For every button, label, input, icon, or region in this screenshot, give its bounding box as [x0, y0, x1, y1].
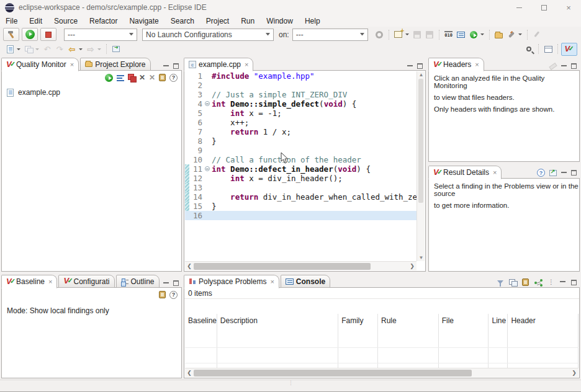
code-line[interactable]: 5 int x = -1; [185, 109, 417, 118]
open-console-button[interactable] [455, 29, 467, 41]
mark-occurrences-button[interactable] [531, 29, 543, 41]
export-report-icon[interactable] [159, 291, 166, 298]
export-report-icon[interactable] [159, 74, 166, 81]
run-history-dropdown[interactable] [480, 33, 484, 35]
column-header-family[interactable]: Family [338, 314, 378, 332]
group-by-icon[interactable] [534, 279, 543, 286]
launch-target-combo[interactable]: --- [292, 29, 368, 41]
maximize-view-icon[interactable] [417, 63, 423, 69]
new-file-button[interactable] [4, 43, 16, 55]
save-all-button[interactable] [423, 29, 436, 41]
close-tab-icon[interactable]: × [70, 61, 74, 68]
external-tools-button[interactable] [505, 29, 518, 41]
tab-configuration[interactable]: V✓ Configurati [58, 275, 114, 288]
close-tab-icon[interactable]: × [245, 61, 248, 68]
menu-item-run[interactable]: Run [241, 17, 254, 25]
minimize-view-icon[interactable] [163, 282, 169, 283]
code-line[interactable]: 3// Just a simple INT_ZERO_DIV [185, 90, 417, 99]
run-history-button[interactable] [467, 29, 480, 41]
focus-on-active-icon[interactable] [509, 279, 516, 285]
toggle-binary-button[interactable]: 010 [443, 29, 455, 41]
help-icon[interactable]: ? [169, 291, 178, 299]
stop-button[interactable] [40, 28, 56, 41]
open-task-dropdown[interactable] [35, 48, 39, 50]
scrollbar-thumb[interactable] [418, 79, 423, 203]
delete-icon[interactable]: ✕ [139, 73, 145, 82]
last-edit-location-button[interactable] [110, 43, 122, 55]
maximize-view-icon[interactable] [571, 170, 577, 176]
build-button[interactable] [3, 28, 19, 41]
show-in-icon[interactable] [549, 170, 557, 176]
clear-icon[interactable] [549, 63, 557, 70]
menu-item-help[interactable]: Help [305, 17, 320, 25]
minimize-view-icon[interactable] [163, 65, 169, 66]
show-log-icon[interactable] [117, 75, 124, 81]
sash-dots[interactable]: ⋮ [288, 381, 294, 385]
tab-headers[interactable]: V✓ Headers × [428, 58, 484, 71]
polyspace-perspective-button[interactable]: V✓ [561, 43, 577, 56]
code-line[interactable]: 16 [185, 211, 417, 220]
maximize-view-icon[interactable] [173, 280, 179, 286]
code-line[interactable]: 13 [185, 183, 417, 192]
view-menu-icon[interactable]: ⋮ [548, 281, 554, 283]
scroll-left-icon[interactable]: ❮ [185, 370, 194, 376]
save-button[interactable] [411, 29, 423, 41]
problems-table[interactable]: BaselineDescriptionFamilyRuleFileLineHea… [185, 314, 579, 368]
open-perspective-button[interactable] [542, 43, 554, 55]
code-line[interactable]: 8} [185, 136, 417, 146]
new-wizard-dropdown[interactable] [405, 33, 409, 35]
launch-settings-button[interactable] [373, 29, 385, 41]
tab-example-cpp[interactable]: c example.cpp × [184, 58, 253, 71]
undo-button[interactable]: ↶ [41, 43, 53, 55]
open-task-button[interactable] [22, 43, 35, 55]
code-line[interactable]: 4int Demo::simple_defect(void) { [185, 99, 417, 109]
help-icon[interactable]: ? [537, 169, 545, 177]
filter-icon[interactable] [497, 280, 503, 284]
maximize-button[interactable] [531, 0, 556, 15]
menu-item-window[interactable]: Window [266, 17, 293, 25]
editor-horizontal-scrollbar[interactable]: ❮ ❯ [185, 261, 417, 270]
menu-item-search[interactable]: Search [171, 17, 194, 25]
fold-collapse-icon[interactable] [205, 166, 210, 171]
code-line[interactable]: 1#include "example.hpp" [185, 71, 417, 81]
forward-dropdown[interactable] [97, 48, 101, 50]
launch-config-combo[interactable]: No Launch Configurations [142, 29, 274, 41]
scroll-right-icon[interactable]: ❯ [408, 263, 417, 269]
code-line[interactable]: 10// Call a function of the header [185, 155, 417, 164]
scroll-up-icon[interactable]: ▲ [417, 71, 425, 78]
menu-item-project[interactable]: Project [206, 17, 229, 25]
column-header-rule[interactable]: Rule [378, 314, 439, 332]
close-tab-icon[interactable]: × [270, 278, 274, 285]
scrollbar-thumb[interactable] [194, 263, 371, 270]
open-resource-button[interactable] [493, 29, 505, 41]
export-icon[interactable] [522, 278, 529, 286]
code-line[interactable]: 7 return 1 / x; [185, 127, 417, 136]
forward-button[interactable]: ⇨ [84, 43, 97, 55]
remove-results-icon[interactable] [128, 74, 135, 81]
code-line[interactable]: 15} [185, 202, 417, 211]
column-header-description[interactable]: Description [217, 314, 338, 332]
analyzed-file-item[interactable]: example.cpp [2, 83, 181, 97]
minimize-view-icon[interactable] [560, 280, 565, 282]
column-header-line[interactable]: Line [489, 314, 508, 332]
external-tools-dropdown[interactable] [518, 33, 522, 35]
delete-all-icon[interactable]: ✕ [149, 73, 155, 82]
back-button[interactable]: ⇦ [66, 43, 78, 55]
run-analysis-icon[interactable] [105, 74, 113, 82]
close-tab-icon[interactable]: × [475, 61, 479, 68]
menu-item-edit[interactable]: Edit [29, 17, 42, 25]
problems-horizontal-scrollbar[interactable]: ❮ ❯ [185, 368, 579, 377]
minimize-view-icon[interactable] [561, 65, 567, 66]
code-line[interactable]: 14 return div_in_header_when_called_with… [185, 192, 417, 202]
editor-vertical-scrollbar[interactable]: ▲ ▼ [417, 71, 425, 261]
minimize-view-icon[interactable] [561, 171, 567, 173]
close-tab-icon[interactable]: × [48, 278, 52, 285]
code-editor[interactable]: 1#include "example.hpp"23// Just a simpl… [185, 71, 417, 261]
run-button[interactable] [22, 28, 38, 41]
code-line[interactable]: 9 [185, 146, 417, 155]
minimize-button[interactable] [507, 0, 531, 15]
build-config-combo[interactable]: --- [64, 29, 137, 41]
minimize-view-icon[interactable] [407, 65, 413, 66]
redo-button[interactable]: ↷ [53, 43, 66, 55]
menu-item-refactor[interactable]: Refactor [89, 17, 117, 25]
